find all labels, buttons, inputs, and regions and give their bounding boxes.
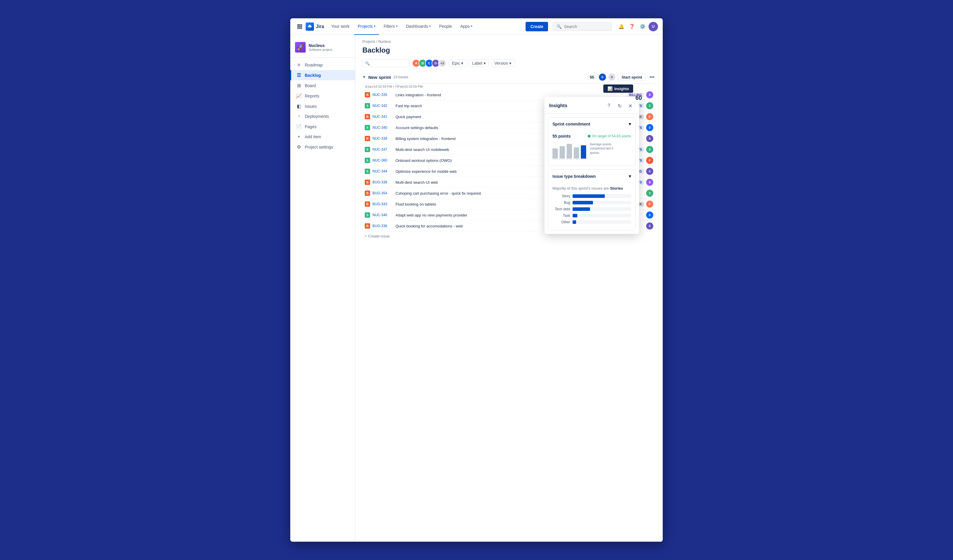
sidebar-item-issues[interactable]: ◧ Issues [290,101,355,111]
issue-avatar: 6 [646,168,653,175]
breakdown-bar-bg [573,201,631,204]
project-icon: 🚀 [295,42,306,53]
sidebar-item-roadmap[interactable]: ≡ Roadmap [290,60,355,70]
issue-breakdown-header[interactable]: Issue type breakdown ▾ [548,170,635,183]
issue-key: NUC-335 [373,93,393,97]
sidebar-item-project-settings[interactable]: ⚙ Project settings [290,142,355,152]
insights-close-button[interactable]: ✕ [626,102,634,110]
sprint-badge-blue: 0 [599,74,606,80]
grid-icon[interactable] [295,22,304,31]
issue-type-icon: S [365,169,370,174]
epic-chevron-icon: ▾ [461,61,463,66]
breadcrumb-nucleus[interactable]: Nucleus [378,40,391,44]
insights-refresh-button[interactable]: ↻ [615,102,624,110]
chart-bar [553,148,558,159]
search-box[interactable]: 🔍 [553,22,612,31]
issue-type-icon: S [365,125,370,130]
on-target-dot [588,135,591,138]
nav-apps[interactable]: Apps ▾ [457,18,476,35]
issue-breakdown-body: Majority of this sprint's issues are Sto… [548,183,635,230]
add-item-icon: + [296,134,302,139]
label-filter-button[interactable]: Label ▾ [469,59,489,67]
sprint-commitment-header[interactable]: Sprint commitment ▾ [548,118,635,130]
nav-filters[interactable]: Filters ▾ [380,18,401,35]
help-button[interactable]: ❓ [627,22,637,31]
sidebar-item-pages[interactable]: 📄 Pages [290,121,355,132]
start-sprint-button[interactable]: Start sprint [618,74,646,81]
avatar-group: A B C D +3 [412,59,446,67]
breakdown-row: Story [553,194,631,198]
project-info: Nucleus Software project [309,43,332,51]
issue-search-input[interactable] [372,61,407,66]
create-button[interactable]: Create [526,22,548,31]
issue-avatar: 3 [646,190,653,197]
jira-logo-text: Jira [316,24,324,29]
page-header: Backlog 📊 Insights [355,44,663,59]
breakdown-bars: Story Bug Tech debt Task Other [553,194,631,224]
breakdown-bar-bg [573,207,631,211]
sprint-points-label: 55 points [553,134,571,139]
user-avatar[interactable]: U [649,22,658,31]
breakdown-bar-bg [573,220,631,224]
breakdown-subtitle: Majority of this sprint's issues are Sto… [553,186,631,190]
issue-search-box[interactable]: 🔍 [362,59,410,67]
breakdown-type-label: Task [553,213,570,218]
issue-avatar: 3 [646,102,653,109]
content-area: Projects / Nucleus Backlog 📊 Insights 🔍 … [355,35,663,542]
issue-avatar: 3 [646,146,653,153]
issue-key: BUG-338 [373,180,393,184]
settings-button[interactable]: ⚙️ [638,22,647,31]
issue-type-icon: B [365,201,370,207]
issue-type-icon: B [365,114,370,119]
breakdown-bar-bg [573,194,631,198]
nav-dashboards[interactable]: Dashboards ▾ [402,18,435,35]
nav-people[interactable]: People [435,18,456,35]
projects-chevron-icon: ▾ [374,25,376,28]
sidebar-item-deployments[interactable]: ↑ Deployments [290,111,355,121]
sidebar-item-board[interactable]: ⊞ Board [290,80,355,91]
on-target-text: On target of 54-65 points [592,134,631,138]
issue-type-icon: B [365,92,370,97]
issue-type-icon: S [365,212,370,218]
insights-help-button[interactable]: ? [605,102,613,110]
breadcrumb: Projects / Nucleus [355,35,663,44]
avatar-more[interactable]: +3 [438,59,446,67]
jira-logo[interactable]: Jira [306,22,324,31]
avg-points-description: Average pointscompleted last 5 sprints [590,142,616,155]
issue-avatar: 8 [646,91,653,98]
nav-your-work[interactable]: Your work [327,18,353,35]
sprint-more-button[interactable]: ••• [648,73,656,81]
sidebar-item-backlog[interactable]: ☰ Backlog [290,70,355,80]
backlog-icon: ☰ [296,73,302,78]
nav-projects[interactable]: Projects ▾ [354,18,379,35]
epic-filter-button[interactable]: Epic ▾ [449,59,466,67]
search-input[interactable] [564,24,605,29]
insights-actions: ? ↻ ✕ [605,102,634,110]
issue-key: NUC-337 [373,147,393,152]
breakdown-bar [573,220,576,224]
project-header[interactable]: 🚀 Nucleus Software project [290,40,355,57]
version-filter-button[interactable]: Version ▾ [491,59,515,67]
issue-key: BUG-343 [373,202,393,206]
project-name: Nucleus [309,43,332,48]
issue-avatar: F [646,113,653,120]
bar-chart [553,142,586,160]
issue-key: NUC-344 [373,169,393,173]
chart-bar [581,145,586,159]
notifications-button[interactable]: 🔔 [616,22,626,31]
svg-rect-3 [297,26,299,28]
breadcrumb-projects[interactable]: Projects [362,40,375,44]
issue-key: NUC-346 [373,213,393,217]
insights-button[interactable]: 📊 Insights [603,85,633,93]
sidebar-item-add-item[interactable]: + Add item [290,132,355,142]
sidebar-item-reports[interactable]: 📈 Reports [290,91,355,101]
svg-rect-8 [301,28,302,29]
svg-rect-0 [297,24,299,26]
issue-type-icon: B [365,179,370,185]
insights-panel-title: Insights [549,103,567,108]
breakdown-bar [573,201,593,204]
issue-key: NUC-360 [373,158,393,162]
issue-avatar: 0 [646,124,653,131]
issue-key: NUC-340 [373,125,393,130]
sprint-toggle[interactable]: ▼ [362,75,366,79]
